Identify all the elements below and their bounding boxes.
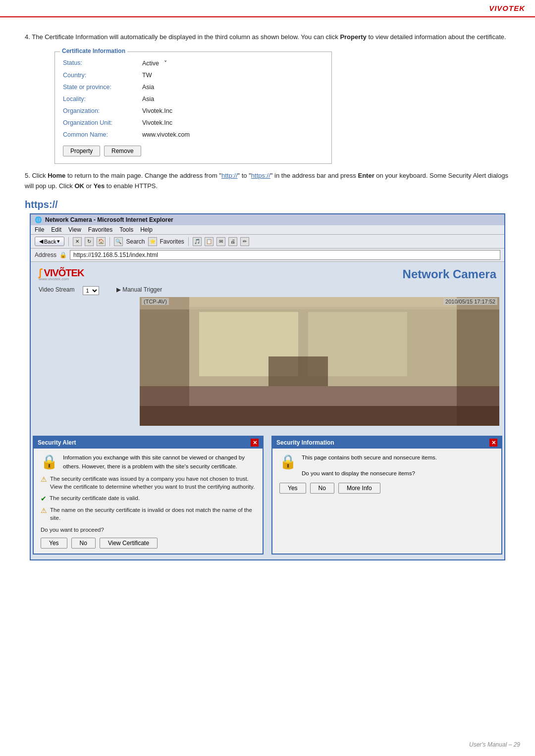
tcp-av-label: (TCP-AV) bbox=[142, 298, 169, 305]
security-info-dialog: Security Information ✕ 🔒 This page conta… bbox=[271, 436, 502, 554]
browser-titlebar-icon: 🌐 bbox=[35, 216, 42, 223]
step5-link1[interactable]: http:// bbox=[221, 172, 238, 179]
security-alert-dialog: Security Alert ✕ 🔒 Information you excha… bbox=[33, 436, 264, 554]
menu-favorites[interactable]: Favorites bbox=[88, 226, 112, 233]
menu-tools[interactable]: Tools bbox=[119, 226, 133, 233]
cert-label-status: Status: bbox=[63, 59, 142, 67]
check-icon-1: ✔ bbox=[41, 495, 47, 503]
security-info-yes-button[interactable]: Yes bbox=[279, 483, 306, 494]
property-button[interactable]: Property bbox=[63, 146, 100, 156]
cert-label-common: Common Name: bbox=[63, 131, 142, 138]
address-input[interactable] bbox=[70, 250, 500, 260]
cert-row-locality: Locality: Asia bbox=[63, 93, 323, 105]
svg-rect-8 bbox=[268, 356, 328, 386]
browser-content: ʃ VIVÕTEK www.vivotek.com Network Camera… bbox=[31, 262, 504, 559]
warning-icon-2: ⚠ bbox=[41, 506, 47, 514]
security-alert-intro: Information you exchange with this site … bbox=[63, 454, 256, 471]
dialogs-row: Security Alert ✕ 🔒 Information you excha… bbox=[31, 436, 504, 559]
page-container: VIVOTEK 4. The Certificate Information w… bbox=[0, 0, 535, 756]
video-stream-label: Video Stream bbox=[39, 286, 75, 295]
cert-value-locality: Asia bbox=[142, 96, 154, 102]
security-alert-icon: 🔒 bbox=[41, 454, 58, 471]
browser-address-bar: Address 🔒 bbox=[31, 249, 504, 262]
cert-row-org: Organization: Vivotek.Inc bbox=[63, 105, 323, 117]
security-info-text-area: This page contains both secure and nonse… bbox=[302, 454, 437, 478]
security-info-no-button[interactable]: No bbox=[310, 483, 334, 494]
step5-pre: 5. Click bbox=[25, 172, 48, 179]
timestamp-label: 2010/05/15 17:17:52 bbox=[443, 298, 497, 305]
browser-toolbar: ◀ Back ▾ ✕ ↻ 🏠 🔍 Search ⭐ Favorites 🎵 📋 … bbox=[31, 235, 504, 249]
video-stream-select[interactable]: 1 2 bbox=[83, 286, 99, 295]
back-label: Back bbox=[44, 239, 56, 245]
step5-paragraph: 5. Click Home to return to the main page… bbox=[25, 171, 510, 192]
remove-button[interactable]: Remove bbox=[104, 146, 141, 156]
warning-icon-1: ⚠ bbox=[41, 475, 47, 483]
camera-controls: Video Stream 1 2 ▶ Manual Trigger bbox=[31, 284, 504, 297]
security-info-text2: Do you want to display the nonsecure ite… bbox=[302, 469, 437, 478]
manual-trigger-label[interactable]: ▶ Manual Trigger bbox=[116, 286, 162, 295]
home-button[interactable]: 🏠 bbox=[97, 237, 106, 246]
refresh-button[interactable]: ↻ bbox=[85, 237, 94, 246]
security-alert-item3: ⚠ The name on the security certificate i… bbox=[41, 506, 256, 522]
menu-edit[interactable]: Edit bbox=[51, 226, 61, 233]
cert-row-status: Status: Active ˅ bbox=[63, 57, 323, 69]
svg-marker-2 bbox=[140, 406, 499, 426]
cert-label-state: State or province: bbox=[63, 84, 142, 91]
favorites-button[interactable]: ⭐ bbox=[148, 237, 157, 246]
more-info-button[interactable]: More Info bbox=[338, 483, 380, 494]
security-alert-item2: ✔ The security certificate date is valid… bbox=[41, 494, 256, 503]
cert-label-org: Organization: bbox=[63, 107, 142, 114]
step5-link2[interactable]: https:// bbox=[251, 172, 270, 179]
security-alert-no-button[interactable]: No bbox=[71, 538, 96, 549]
back-button[interactable]: ◀ Back ▾ bbox=[35, 237, 64, 246]
certificate-info-box: Certificate Information Status: Active ˅… bbox=[54, 51, 332, 164]
address-label: Address bbox=[35, 252, 56, 258]
step5-t3: " in the address bar and press bbox=[270, 172, 358, 179]
toolbar-sep1 bbox=[68, 237, 69, 246]
edit-button[interactable]: ✏ bbox=[240, 237, 249, 246]
cert-row-country: Country: TW bbox=[63, 69, 323, 81]
step5-ok-bold: OK bbox=[74, 182, 84, 190]
security-alert-yes-button[interactable]: Yes bbox=[41, 538, 67, 549]
menu-help[interactable]: Help bbox=[140, 226, 153, 233]
mail-button[interactable]: ✉ bbox=[216, 237, 225, 246]
camera-title: Network Camera bbox=[403, 267, 496, 281]
security-alert-close-button[interactable]: ✕ bbox=[251, 439, 259, 447]
menu-file[interactable]: File bbox=[35, 226, 44, 233]
camera-video-wrapper: (TCP-AV) 2010/05/15 17:17:52 bbox=[140, 297, 499, 426]
security-info-titlebar: Security Information ✕ bbox=[272, 437, 501, 449]
camera-video-feed: (TCP-AV) 2010/05/15 17:17:52 bbox=[140, 297, 499, 426]
toolbar-sep2 bbox=[109, 237, 110, 246]
history-button[interactable]: 📋 bbox=[205, 237, 214, 246]
security-info-icon: 🔒 bbox=[279, 454, 297, 478]
security-info-title: Security Information bbox=[276, 439, 334, 446]
step4-text-post: to view detailed information about the c… bbox=[367, 33, 506, 41]
security-info-buttons: Yes No More Info bbox=[279, 483, 494, 494]
browser-title: Network Camera - Microsoft Internet Expl… bbox=[45, 216, 173, 223]
cert-label-orgunit: Organization Unit: bbox=[63, 119, 142, 126]
step5-enter-bold: Enter bbox=[358, 172, 374, 179]
security-alert-intro-row: 🔒 Information you exchange with this sit… bbox=[41, 454, 256, 471]
step5-t2: " to " bbox=[238, 172, 251, 179]
security-alert-buttons: Yes No View Certificate bbox=[41, 538, 256, 549]
room-svg bbox=[140, 297, 499, 426]
security-alert-item2-text: The security certificate date is valid. bbox=[50, 494, 140, 502]
step4-paragraph: 4. The Certificate Information will auto… bbox=[25, 32, 510, 43]
security-alert-titlebar: Security Alert ✕ bbox=[34, 437, 263, 449]
search-label-tb: Search bbox=[126, 238, 145, 245]
toolbar-sep3 bbox=[188, 237, 189, 246]
cert-box-title: Certificate Information bbox=[60, 48, 127, 54]
security-info-icon-row: 🔒 This page contains both secure and non… bbox=[279, 454, 494, 478]
menu-view[interactable]: View bbox=[68, 226, 81, 233]
step5-t6: to enable HTTPS. bbox=[105, 182, 158, 190]
security-alert-item3-text: The name on the security certificate is … bbox=[50, 506, 256, 522]
cert-row-common: Common Name: www.vivotek.com bbox=[63, 129, 323, 141]
security-info-close-button[interactable]: ✕ bbox=[489, 439, 497, 447]
media-button[interactable]: 🎵 bbox=[193, 237, 202, 246]
camera-logo-area: ʃ VIVÕTEK www.vivotek.com bbox=[39, 267, 84, 281]
stop-button[interactable]: ✕ bbox=[73, 237, 82, 246]
print-button[interactable]: 🖨 bbox=[228, 237, 237, 246]
browser-simulation: 🌐 Network Camera - Microsoft Internet Ex… bbox=[30, 213, 505, 560]
view-certificate-button[interactable]: View Certificate bbox=[100, 538, 158, 549]
search-button[interactable]: 🔍 bbox=[114, 237, 123, 246]
